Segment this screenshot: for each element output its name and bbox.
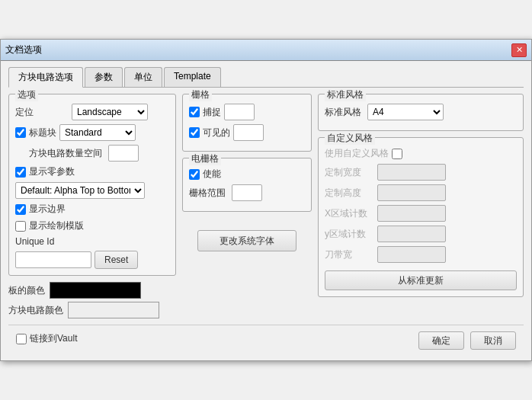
- tab-bar: 方块电路选项 参数 单位 Template: [8, 67, 524, 88]
- title-block-checkbox[interactable]: [15, 127, 26, 138]
- show-border-checkbox[interactable]: [15, 204, 26, 215]
- custom-width-input[interactable]: 1500: [377, 164, 446, 181]
- alpha-dropdown-row: Default: Alpha Top to Botton: [15, 182, 169, 199]
- middle-panel: 栅格 捕捉 10 可见的 10: [182, 94, 312, 322]
- visible-checkbox[interactable]: [189, 127, 200, 138]
- content-area: 方块电路选项 参数 单位 Template 选项 定位 LandscapePor…: [1, 61, 531, 360]
- custom-style-group: 自定义风格 使用自定义风格 定制宽度 1500: [318, 137, 524, 297]
- orientation-row: 定位 LandscapePortrait: [15, 104, 169, 120]
- capture-label: 捕捉: [203, 106, 221, 119]
- show-params-label: 显示零参数: [29, 165, 75, 178]
- grid-range-row: 栅格范围 4: [189, 184, 305, 201]
- show-border-row: 显示边界: [15, 203, 169, 216]
- link-vault-label: 链接到Vault: [30, 332, 77, 345]
- reset-button[interactable]: Reset: [95, 251, 138, 269]
- show-params-checkbox[interactable]: [15, 167, 26, 178]
- circuit-color-row: 方块电路颜色: [8, 302, 176, 318]
- title-block-row: 标题块 StandardCustom: [15, 124, 169, 141]
- capture-input[interactable]: 10: [224, 104, 255, 120]
- unique-id-label-row: Unique Id: [15, 236, 169, 247]
- block-count-row: 方块电路数量空间 4: [15, 145, 169, 162]
- link-vault-checkbox[interactable]: [16, 334, 27, 344]
- use-custom-checkbox[interactable]: [392, 149, 402, 159]
- custom-width-row: 定制宽度 1500: [325, 164, 517, 181]
- window-title: 文档选项: [5, 43, 42, 56]
- right-panel: 标准风格 标准风格 A4A3A2A1Letter 自定义风格 使用自: [318, 94, 524, 322]
- bottom-right: 确定 取消: [418, 331, 516, 350]
- update-from-std-button[interactable]: 从标准更新: [325, 270, 517, 290]
- enable-label: 使能: [203, 168, 221, 181]
- main-area: 选项 定位 LandscapePortrait 标题块 StandardCust…: [8, 94, 524, 322]
- link-vault-row: 链接到Vault: [16, 332, 77, 345]
- y-zones-label: y区域计数: [325, 228, 374, 241]
- circuit-color-label: 方块电路颜色: [8, 304, 63, 317]
- custom-height-input[interactable]: 950: [377, 184, 446, 201]
- custom-width-label: 定制宽度: [325, 166, 374, 179]
- block-count-input[interactable]: 4: [108, 145, 139, 162]
- blade-width-row: 刀带宽 20: [325, 246, 517, 263]
- tab-template[interactable]: Template: [164, 67, 221, 87]
- visible-label: 可见的: [203, 126, 230, 139]
- grid-group: 栅格 捕捉 10 可见的 10: [182, 94, 312, 152]
- tab-params[interactable]: 参数: [85, 67, 123, 87]
- enable-checkbox[interactable]: [189, 169, 200, 180]
- orientation-label: 定位: [15, 106, 69, 119]
- options-group: 选项 定位 LandscapePortrait 标题块 StandardCust…: [8, 94, 176, 276]
- show-params-row: 显示零参数: [15, 165, 169, 178]
- unique-id-label: Unique Id: [15, 236, 54, 247]
- y-zones-row: y区域计数 4: [325, 226, 517, 242]
- capture-checkbox[interactable]: [189, 107, 200, 117]
- board-color-row: 板的颜色: [8, 282, 176, 299]
- cancel-button[interactable]: 取消: [470, 331, 516, 350]
- use-custom-label: 使用自定义风格: [325, 147, 389, 160]
- bottom-bar: 链接到Vault 确定 取消: [8, 325, 524, 353]
- circuit-color-swatch[interactable]: [68, 302, 159, 318]
- standard-style-group: 标准风格 标准风格 A4A3A2A1Letter: [318, 94, 524, 131]
- electric-grid-group: 电栅格 使能 栅格范围 4: [182, 158, 312, 212]
- enable-row: 使能: [189, 168, 305, 181]
- show-template-checkbox[interactable]: [15, 221, 26, 232]
- grid-group-title: 栅格: [189, 88, 212, 101]
- board-color-label: 板的颜色: [8, 284, 45, 297]
- visible-input[interactable]: 10: [233, 124, 264, 141]
- x-zones-input[interactable]: 6: [377, 205, 446, 222]
- unique-id-input[interactable]: RXIFGGLF: [15, 251, 91, 268]
- blade-width-label: 刀带宽: [325, 248, 374, 261]
- standard-style-group-title: 标准风格: [325, 88, 366, 101]
- options-group-title: 选项: [15, 88, 38, 101]
- custom-height-row: 定制高度 950: [325, 184, 517, 201]
- title-block-select[interactable]: StandardCustom: [59, 124, 136, 141]
- title-block-label: 标题块: [29, 126, 56, 139]
- electric-grid-title: 电栅格: [189, 152, 221, 165]
- board-color-swatch[interactable]: [50, 282, 141, 299]
- grid-range-label: 栅格范围: [189, 187, 226, 200]
- blade-width-input[interactable]: 20: [377, 246, 446, 263]
- close-button[interactable]: ✕: [511, 43, 527, 57]
- grid-range-input[interactable]: 4: [232, 184, 262, 201]
- use-custom-row: 使用自定义风格: [325, 147, 517, 160]
- orientation-select[interactable]: LandscapePortrait: [72, 104, 148, 120]
- show-border-label: 显示边界: [29, 203, 66, 216]
- alpha-dropdown[interactable]: Default: Alpha Top to Botton: [15, 182, 145, 199]
- show-template-row: 显示绘制模版: [15, 219, 169, 232]
- visible-row: 可见的 10: [189, 124, 305, 141]
- tab-block-options[interactable]: 方块电路选项: [8, 67, 83, 88]
- x-zones-label: X区域计数: [325, 207, 374, 220]
- block-count-label: 方块电路数量空间: [29, 147, 102, 160]
- custom-style-group-title: 自定义风格: [325, 132, 375, 145]
- x-zones-row: X区域计数 6: [325, 205, 517, 222]
- show-template-label: 显示绘制模版: [29, 219, 84, 232]
- standard-style-row: 标准风格 A4A3A2A1Letter: [325, 104, 517, 120]
- title-bar: 文档选项 ✕: [1, 40, 531, 61]
- left-panel: 选项 定位 LandscapePortrait 标题块 StandardCust…: [8, 94, 176, 322]
- main-window: 文档选项 ✕ 方块电路选项 参数 单位 Template 选项 定位 Land: [0, 39, 532, 361]
- update-font-button[interactable]: 更改系统字体: [197, 230, 296, 251]
- standard-style-label: 标准风格: [325, 106, 361, 119]
- tab-units[interactable]: 单位: [124, 67, 162, 87]
- unique-id-row: RXIFGGLF Reset: [15, 251, 169, 269]
- capture-row: 捕捉 10: [189, 104, 305, 120]
- ok-button[interactable]: 确定: [418, 331, 464, 350]
- custom-height-label: 定制高度: [325, 187, 374, 200]
- standard-style-select[interactable]: A4A3A2A1Letter: [367, 104, 444, 120]
- y-zones-input[interactable]: 4: [377, 226, 446, 242]
